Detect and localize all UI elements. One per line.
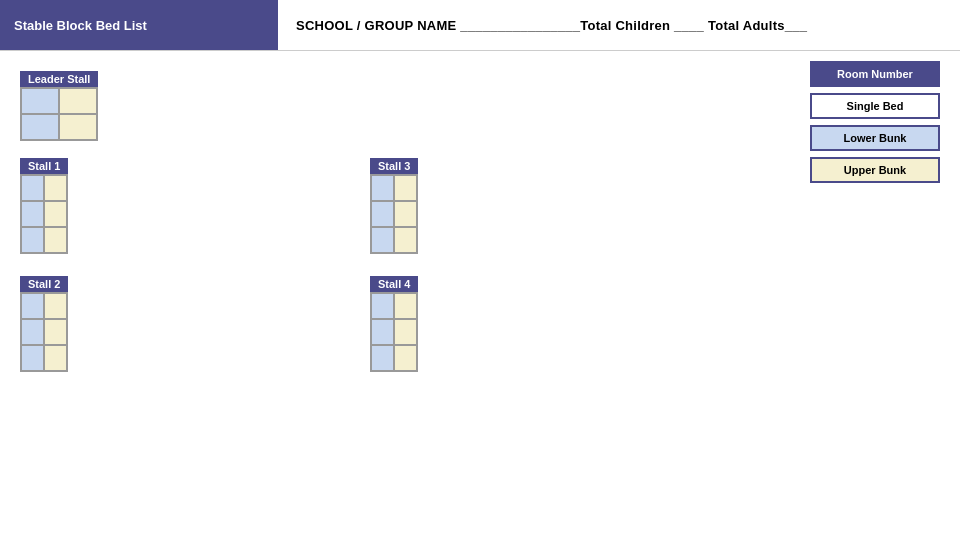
- leader-stall-label: Leader Stall: [20, 71, 98, 87]
- stall2-cell-4[interactable]: [44, 319, 67, 345]
- stall-1-block: Stall 1: [20, 158, 68, 254]
- school-group-info: SCHOOL / GROUP NAME ________________Tota…: [296, 18, 807, 33]
- stall-2-label: Stall 2: [20, 276, 68, 292]
- header: Stable Block Bed List SCHOOL / GROUP NAM…: [0, 0, 960, 51]
- legend-single-bed: Single Bed: [810, 93, 940, 119]
- leader-cell-2[interactable]: [59, 88, 97, 114]
- stall3-cell-5[interactable]: [371, 227, 394, 253]
- stall4-cell-6[interactable]: [394, 345, 417, 371]
- stall4-cell-4[interactable]: [394, 319, 417, 345]
- stall2-cell-6[interactable]: [44, 345, 67, 371]
- stall4-cell-5[interactable]: [371, 345, 394, 371]
- stall-2-block: Stall 2: [20, 276, 68, 372]
- stall2-cell-2[interactable]: [44, 293, 67, 319]
- stall-3-block: Stall 3: [370, 158, 418, 254]
- page-title: Stable Block Bed List: [0, 0, 278, 50]
- leader-cell-4[interactable]: [59, 114, 97, 140]
- stall1-cell-6[interactable]: [44, 227, 67, 253]
- stall1-cell-3[interactable]: [21, 201, 44, 227]
- stall-2-grid: [20, 292, 68, 372]
- stall1-cell-2[interactable]: [44, 175, 67, 201]
- stall2-cell-5[interactable]: [21, 345, 44, 371]
- stall4-cell-2[interactable]: [394, 293, 417, 319]
- stall3-cell-1[interactable]: [371, 175, 394, 201]
- stall2-cell-1[interactable]: [21, 293, 44, 319]
- leader-cell-1[interactable]: [21, 88, 59, 114]
- stall-4-grid: [370, 292, 418, 372]
- legend-lower-bunk: Lower Bunk: [810, 125, 940, 151]
- stall3-cell-4[interactable]: [394, 201, 417, 227]
- stall3-cell-3[interactable]: [371, 201, 394, 227]
- leader-stall-grid: [20, 87, 98, 141]
- stall-4-block: Stall 4: [370, 276, 418, 372]
- stall3-cell-2[interactable]: [394, 175, 417, 201]
- stall4-cell-1[interactable]: [371, 293, 394, 319]
- leader-stall-block: Leader Stall: [20, 71, 98, 141]
- stall1-cell-4[interactable]: [44, 201, 67, 227]
- main-content: Leader Stall Stall 1 Stall 2: [0, 51, 960, 540]
- stall4-cell-3[interactable]: [371, 319, 394, 345]
- legend-room-number: Room Number: [810, 61, 940, 87]
- stall1-cell-5[interactable]: [21, 227, 44, 253]
- stall-3-label: Stall 3: [370, 158, 418, 174]
- stall-1-grid: [20, 174, 68, 254]
- leader-cell-3[interactable]: [21, 114, 59, 140]
- stall3-cell-6[interactable]: [394, 227, 417, 253]
- legend: Room Number Single Bed Lower Bunk Upper …: [800, 61, 940, 530]
- stalls-area: Leader Stall Stall 1 Stall 2: [20, 61, 800, 530]
- title-text: Stable Block Bed List: [14, 18, 147, 33]
- stall-3-grid: [370, 174, 418, 254]
- legend-upper-bunk: Upper Bunk: [810, 157, 940, 183]
- header-info: SCHOOL / GROUP NAME ________________Tota…: [278, 18, 825, 33]
- stall-4-label: Stall 4: [370, 276, 418, 292]
- stall1-cell-1[interactable]: [21, 175, 44, 201]
- stall-1-label: Stall 1: [20, 158, 68, 174]
- stall2-cell-3[interactable]: [21, 319, 44, 345]
